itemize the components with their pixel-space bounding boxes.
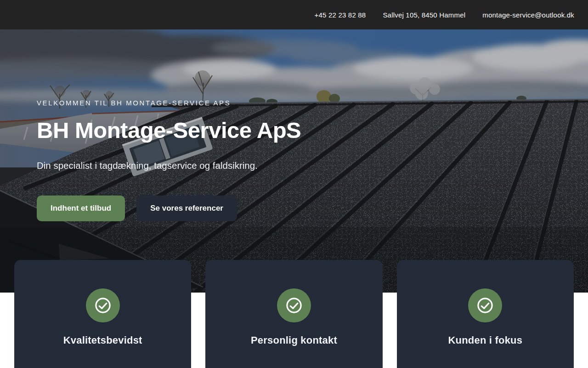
features-section: Kvalitetsbevidst Personlig kontakt Kunde… [0,260,588,368]
hero-section: VELKOMMEN TIL BH MONTAGE-SERVICE APS BH … [0,29,588,293]
feature-card-title: Kvalitetsbevidst [63,334,142,346]
feature-card-personlig-kontakt: Personlig kontakt [205,260,382,368]
feature-card-title: Personlig kontakt [251,334,337,346]
address-link[interactable]: Sallvej 105, 8450 Hammel [383,11,465,19]
check-circle-icon [277,288,311,322]
check-circle-icon [86,288,120,322]
email-link[interactable]: montage-service@outlook.dk [482,11,574,19]
feature-card-kunden-i-fokus: Kunden i fokus [397,260,574,368]
page-title: BH Montage-Service ApS [37,117,542,144]
cta-references-button[interactable]: Se vores referencer [136,196,237,221]
feature-card-title: Kunden i fokus [448,334,522,346]
phone-link[interactable]: +45 22 23 82 88 [315,11,366,19]
hero-subtitle: Din specialist i tagdækning, tagservice … [37,159,542,172]
hero-eyebrow: VELKOMMEN TIL BH MONTAGE-SERVICE APS [37,98,542,108]
check-circle-icon [468,288,502,322]
topbar: +45 22 23 82 88 Sallvej 105, 8450 Hammel… [0,0,588,29]
hero-cta-group: Indhent et tilbud Se vores referencer [37,196,542,221]
feature-card-kvalitetsbevidst: Kvalitetsbevidst [14,260,191,368]
cta-quote-button[interactable]: Indhent et tilbud [37,196,125,221]
